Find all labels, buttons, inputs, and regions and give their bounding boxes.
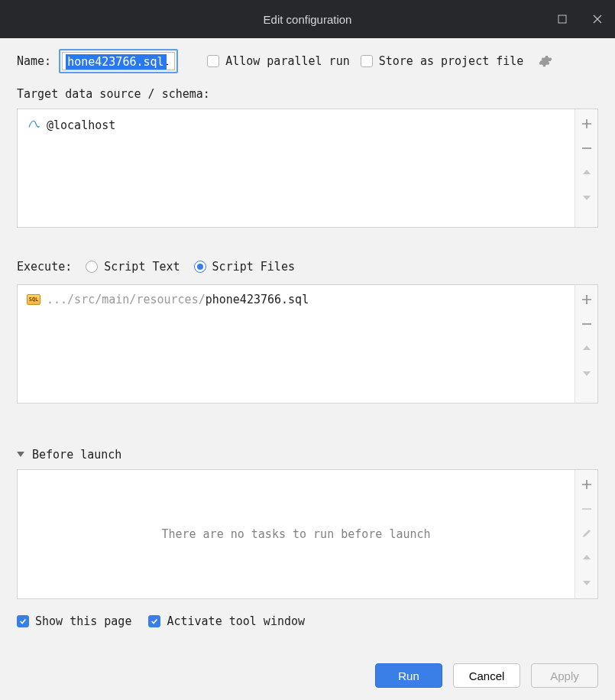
titlebar: Edit configuration xyxy=(0,0,615,38)
checkbox-box xyxy=(361,55,373,67)
data-source-name: @localhost xyxy=(47,118,115,132)
gear-icon[interactable] xyxy=(537,53,554,70)
window-controls xyxy=(545,0,615,38)
name-input-wrap: hone423766.sql xyxy=(62,52,175,70)
apply-button[interactable]: Apply xyxy=(531,663,598,688)
window-maximize-button[interactable] xyxy=(545,0,580,38)
radio-dot xyxy=(194,261,206,273)
execute-label: Execute: xyxy=(17,260,72,274)
move-up-button[interactable] xyxy=(578,549,595,566)
remove-button[interactable] xyxy=(578,501,595,517)
move-down-button[interactable] xyxy=(578,365,595,381)
before-launch-empty-text: There are no tasks to run before launch xyxy=(161,527,430,541)
chevron-down-icon xyxy=(17,452,24,457)
name-label: Name: xyxy=(17,54,51,68)
move-down-button[interactable] xyxy=(578,574,595,591)
window-close-button[interactable] xyxy=(580,0,615,38)
checkbox-box xyxy=(17,615,29,627)
radio-script-text-label: Script Text xyxy=(104,260,180,274)
script-file-item[interactable]: SQL .../src/main/resources/phone423766.s… xyxy=(27,293,565,306)
edit-button[interactable] xyxy=(578,525,595,542)
sql-file-icon: SQL xyxy=(27,294,40,305)
run-button[interactable]: Run xyxy=(375,663,442,688)
script-files-side-toolbar xyxy=(575,285,597,403)
activate-tool-window-checkbox[interactable]: Activate tool window xyxy=(148,614,305,628)
move-up-button[interactable] xyxy=(578,164,595,181)
mysql-icon xyxy=(27,117,40,133)
script-files-panel: SQL .../src/main/resources/phone423766.s… xyxy=(17,284,598,403)
file-path-prefix: .../src/main/resources/ xyxy=(47,293,206,306)
checkbox-box xyxy=(207,55,219,67)
activate-tool-window-label: Activate tool window xyxy=(167,614,305,628)
show-this-page-label: Show this page xyxy=(35,614,131,628)
allow-parallel-label: Allow parallel run xyxy=(225,54,350,68)
allow-parallel-checkbox[interactable]: Allow parallel run xyxy=(207,54,350,68)
add-button[interactable] xyxy=(578,476,595,493)
store-as-project-label: Store as project file xyxy=(379,54,524,68)
store-as-project-checkbox[interactable]: Store as project file xyxy=(361,54,524,68)
svg-rect-0 xyxy=(558,15,566,23)
move-down-button[interactable] xyxy=(578,189,595,206)
move-up-button[interactable] xyxy=(578,340,595,357)
before-launch-label: Before launch xyxy=(32,448,121,462)
cancel-button[interactable]: Cancel xyxy=(453,663,520,688)
remove-button[interactable] xyxy=(578,140,595,157)
execute-row: Execute: Script Text Script Files xyxy=(17,260,598,274)
radio-script-files[interactable]: Script Files xyxy=(194,260,295,274)
before-launch-panel: There are no tasks to run before launch xyxy=(17,469,598,599)
target-data-source-panel: @localhost xyxy=(17,109,598,228)
data-source-item[interactable]: @localhost xyxy=(27,117,565,133)
add-button[interactable] xyxy=(578,291,595,308)
bottom-options-row: Show this page Activate tool window xyxy=(17,614,598,628)
before-launch-list[interactable]: There are no tasks to run before launch xyxy=(18,470,575,598)
checkbox-box xyxy=(148,615,160,627)
window-title: Edit configuration xyxy=(264,13,352,26)
before-launch-side-toolbar xyxy=(575,470,597,598)
file-name: phone423766.sql xyxy=(206,293,309,306)
before-launch-disclosure[interactable]: Before launch xyxy=(17,448,121,462)
radio-script-text[interactable]: Script Text xyxy=(86,260,180,274)
data-source-list[interactable]: @localhost xyxy=(18,109,575,227)
add-button[interactable] xyxy=(578,115,595,132)
before-launch-section: Before launch There are no tasks to run … xyxy=(17,446,598,599)
radio-dot xyxy=(86,261,98,273)
remove-button[interactable] xyxy=(578,316,595,332)
radio-script-files-label: Script Files xyxy=(212,260,295,274)
data-source-side-toolbar xyxy=(575,109,597,227)
name-row: Name: hone423766.sql Allow parallel run … xyxy=(17,52,598,70)
target-data-source-label: Target data source / schema: xyxy=(17,87,598,101)
script-files-list[interactable]: SQL .../src/main/resources/phone423766.s… xyxy=(18,285,575,403)
name-input-selection: hone423766.sql xyxy=(66,54,166,70)
dialog-footer: Run Cancel Apply xyxy=(375,663,598,688)
show-this-page-checkbox[interactable]: Show this page xyxy=(17,614,131,628)
